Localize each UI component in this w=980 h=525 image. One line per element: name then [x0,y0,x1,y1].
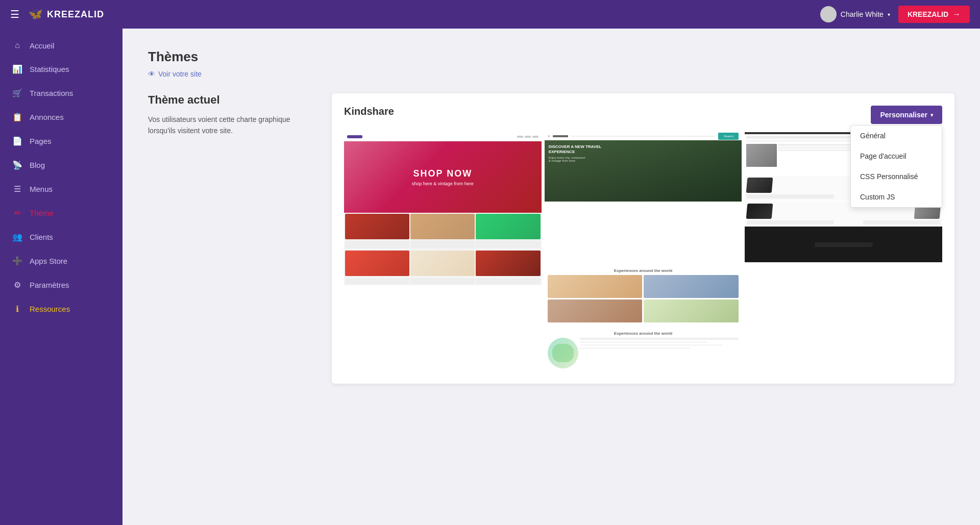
preview-world: Experiences around the world Exp [545,265,742,371]
sidebar-item-theme[interactable]: ✏ Thème [0,201,122,225]
eye-icon: 👁 [148,70,155,78]
clients-icon: 👥 [12,232,22,242]
sidebar-label-accueil: Accueil [30,41,54,50]
sidebar-label-pages: Pages [30,137,52,145]
sidebar-label-parametres: Paramètres [30,281,69,289]
logo-text: KREEZALID [47,9,104,20]
dropdown-item-page-accueil[interactable]: Page d'accueil [851,146,942,166]
sidebar-label-ressources: Ressources [30,305,70,313]
sidebar-label-apps: Apps Store [30,257,67,265]
sidebar-item-menus[interactable]: ☰ Menus [0,177,122,201]
sidebar-label-annonces: Annonces [30,113,64,121]
page-title: Thèmes [148,49,954,65]
sidebar-item-statistiques[interactable]: 📊 Statistiques [0,57,122,81]
home-icon: ⌂ [12,41,22,50]
preview-fashion: SHOP NOW shop here & vintage from here [344,132,542,317]
view-site-link[interactable]: 👁 Voir votre site [148,70,954,78]
black-bar-text: ░░░░░░░░░░░░░░░░░░░░ [815,242,872,247]
sidebar-item-clients[interactable]: 👥 Clients [0,225,122,249]
sidebar-item-transactions[interactable]: 🛒 Transactions [0,81,122,105]
sidebar-item-accueil[interactable]: ⌂ Accueil [0,34,122,57]
preview-black-bar: ░░░░░░░░░░░░░░░░░░░░ [745,227,942,262]
info-icon: ℹ [12,304,22,314]
main-content: Thèmes 👁 Voir votre site Thème actuel Vo… [122,29,980,525]
sidebar-label-clients: Clients [30,233,53,241]
dropdown-item-css[interactable]: CSS Personnalisé [851,166,942,187]
sidebar-item-blog[interactable]: 📡 Blog [0,153,122,177]
user-name: Charlie White [841,10,884,18]
sidebar-label-theme: Thème [30,209,54,217]
theme-name: Kindshare [344,106,394,117]
apps-icon: ➕ [12,256,22,266]
sidebar-label-blog: Blog [30,161,45,169]
preview-travel: Search DISCOVER A NEW TRAVELEXPERIENCE E… [545,132,742,262]
shop-button[interactable]: KREEZALID → [898,6,970,23]
theme-icon: ✏ [12,208,22,218]
shop-now-sub: shop here & vintage from here [412,181,474,186]
stats-icon: 📊 [12,64,22,74]
theme-info-panel: Thème actuel Vos utilisateurs voient cet… [148,93,311,137]
annonces-icon: 📋 [12,112,22,122]
logo-icon: 🦋 [29,8,43,21]
personalise-dropdown: Général Page d'accueil CSS Personnalisé … [850,125,942,208]
sidebar-item-apps-store[interactable]: ➕ Apps Store [0,249,122,273]
sidebar-label-transactions: Transactions [30,89,73,97]
personalise-label: Personnaliser [880,111,927,119]
view-site-label: Voir votre site [158,70,202,78]
pages-icon: 📄 [12,136,22,146]
sidebar-item-pages[interactable]: 📄 Pages [0,129,122,153]
sidebar-item-ressources[interactable]: ℹ Ressources [0,297,122,321]
transactions-icon: 🛒 [12,88,22,98]
user-menu[interactable]: Charlie White ▾ [820,6,890,22]
menus-icon: ☰ [12,184,22,194]
settings-icon: ⚙ [12,280,22,290]
shop-button-label: KREEZALID [908,10,948,18]
shop-now-text: SHOP NOW [413,168,472,179]
user-caret-icon: ▾ [888,12,890,17]
current-theme-title: Thème actuel [148,93,311,107]
personalise-button[interactable]: Personnaliser ▾ [871,106,942,124]
personalise-caret-icon: ▾ [930,112,933,118]
current-theme-desc: Vos utilisateurs voient cette charte gra… [148,114,311,137]
sidebar-label-statistiques: Statistiques [30,65,69,73]
sidebar-label-menus: Menus [30,185,53,193]
blog-icon: 📡 [12,160,22,170]
avatar [820,6,837,22]
theme-card: Kindshare Personnaliser ▾ Général Page d… [332,93,954,384]
hamburger-icon[interactable]: ☰ [10,8,19,20]
shop-button-arrow-icon: → [952,10,961,19]
sidebar-item-annonces[interactable]: 📋 Annonces [0,105,122,129]
sidebar-item-parametres[interactable]: ⚙ Paramètres [0,273,122,297]
topnav: ☰ 🦋 KREEZALID Charlie White ▾ KREEZALID … [0,0,980,29]
logo: 🦋 KREEZALID [29,8,104,21]
dropdown-item-customjs[interactable]: Custom JS [851,187,942,207]
sidebar: ⌂ Accueil 📊 Statistiques 🛒 Transactions … [0,29,122,525]
dropdown-item-general[interactable]: Général [851,126,942,146]
